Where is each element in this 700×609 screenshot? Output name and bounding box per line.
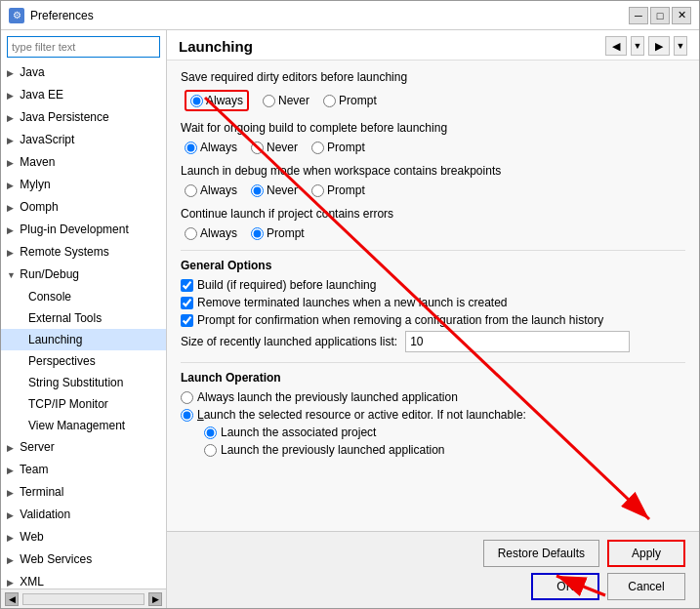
sidebar-item-remote-systems[interactable]: ▶ Remote Systems (1, 241, 166, 264)
content-area: ▶ Java ▶ Java EE ▶ Java Persistence ▶ Ja… (1, 30, 699, 608)
save-dirty-label: Save required dirty editors before launc… (181, 70, 685, 84)
sidebar-item-server[interactable]: ▶ Server (1, 436, 166, 459)
wait-build-prompt-radio[interactable] (311, 142, 324, 154)
sidebar-item-web[interactable]: ▶ Web (1, 526, 166, 548)
project-errors-options: Always Prompt (185, 226, 685, 240)
project-errors-always-radio[interactable] (185, 227, 197, 240)
save-dirty-prompt-option[interactable]: Prompt (323, 94, 377, 107)
footer-row2: OK Cancel (181, 573, 685, 600)
project-errors-label: Continue launch if project contains erro… (181, 207, 685, 221)
general-options-section: General Options Build (if required) befo… (181, 259, 685, 352)
debug-mode-never-radio[interactable] (251, 184, 264, 197)
save-dirty-never-option[interactable]: Never (263, 94, 309, 107)
footer: Restore Defaults Apply OK Cancel (167, 531, 699, 608)
launch-operation-section: Launch Operation Always launch the previ… (181, 371, 685, 457)
prompt-confirmation-checkbox-option[interactable]: Prompt for confirmation when removing a … (181, 313, 685, 327)
sidebar-item-maven[interactable]: ▶ Maven (1, 151, 166, 174)
sidebar-item-terminal[interactable]: ▶ Terminal (1, 481, 166, 504)
cancel-button[interactable]: Cancel (607, 573, 685, 600)
sidebar-item-view-management[interactable]: View Management (1, 415, 166, 436)
sidebar-item-run-debug[interactable]: ▼ Run/Debug (1, 264, 166, 286)
forward-button[interactable]: ▶ (648, 36, 670, 56)
search-box (7, 36, 160, 58)
build-checkbox[interactable] (181, 279, 193, 292)
back-dropdown-button[interactable]: ▼ (631, 36, 644, 56)
sidebar-item-xml[interactable]: ▶ XML (1, 571, 166, 589)
launch-op-selected-option[interactable]: Launch the selected resource or active e… (181, 408, 685, 422)
scroll-left-btn[interactable]: ◀ (5, 592, 19, 606)
minimize-button[interactable]: ─ (629, 7, 648, 24)
wait-build-always-option[interactable]: Always (185, 141, 237, 154)
launch-op-previous-option[interactable]: Launch the previously launched applicati… (204, 443, 685, 457)
sidebar-item-team[interactable]: ▶ Team (1, 459, 166, 481)
debug-mode-prompt-radio[interactable] (311, 184, 324, 197)
launch-op-selected-radio[interactable] (181, 409, 193, 422)
search-input[interactable] (7, 36, 160, 58)
restore-defaults-button[interactable]: Restore Defaults (483, 540, 599, 567)
prompt-confirmation-checkbox[interactable] (181, 314, 193, 327)
save-dirty-always-radio[interactable] (190, 95, 203, 107)
sidebar-item-console[interactable]: Console (1, 286, 166, 307)
remove-terminated-checkbox-option[interactable]: Remove terminated launches when a new la… (181, 296, 685, 309)
sidebar-item-plugin-development[interactable]: ▶ Plug-in Development (1, 219, 166, 241)
save-dirty-options: Always Never Prompt (185, 90, 685, 111)
save-dirty-prompt-radio[interactable] (323, 95, 336, 107)
debug-mode-never-option[interactable]: Never (251, 183, 298, 197)
launch-op-sub-options: Launch the associated project Launch the… (204, 426, 685, 457)
footer-row1: Restore Defaults Apply (181, 540, 685, 567)
horizontal-scrollbar[interactable] (22, 593, 144, 605)
sidebar-item-validation[interactable]: ▶ Validation (1, 504, 166, 526)
sidebar-item-java-persistence[interactable]: ▶ Java Persistence (1, 106, 166, 129)
debug-mode-always-option[interactable]: Always (185, 183, 237, 197)
apply-button[interactable]: Apply (607, 540, 685, 567)
sidebar-item-mylyn[interactable]: ▶ Mylyn (1, 174, 166, 196)
project-errors-prompt-option[interactable]: Prompt (251, 226, 305, 240)
sidebar-item-perspectives[interactable]: Perspectives (1, 350, 166, 372)
launch-op-always-radio[interactable] (181, 391, 193, 404)
wait-build-prompt-option[interactable]: Prompt (311, 141, 365, 154)
debug-mode-label: Launch in debug mode when workspace cont… (181, 164, 685, 178)
launch-op-project-option[interactable]: Launch the associated project (204, 426, 685, 439)
wait-build-never-radio[interactable] (251, 142, 264, 154)
debug-mode-always-radio[interactable] (185, 184, 197, 197)
size-label: Size of recently launched applications l… (181, 335, 397, 348)
save-dirty-always-option[interactable]: Always (185, 90, 249, 111)
forward-dropdown-button[interactable]: ▼ (674, 36, 687, 56)
sidebar-item-string-substitution[interactable]: String Substitution (1, 372, 166, 393)
save-dirty-never-radio[interactable] (263, 95, 275, 107)
divider1 (181, 250, 685, 251)
remove-terminated-checkbox[interactable] (181, 297, 193, 309)
launch-op-always-option[interactable]: Always launch the previously launched ap… (181, 390, 685, 404)
wait-build-never-option[interactable]: Never (251, 141, 298, 154)
size-row: Size of recently launched applications l… (181, 331, 685, 352)
sidebar-item-java-ee[interactable]: ▶ Java EE (1, 84, 166, 106)
scroll-right-btn[interactable]: ▶ (148, 592, 162, 606)
project-errors-prompt-radio[interactable] (251, 227, 264, 240)
sidebar-item-launching[interactable]: Launching (1, 329, 166, 350)
project-errors-always-option[interactable]: Always (185, 226, 237, 240)
sidebar-item-java[interactable]: ▶ Java (1, 61, 166, 84)
debug-mode-prompt-option[interactable]: Prompt (311, 183, 365, 197)
sidebar-item-javascript[interactable]: ▶ JavaScript (1, 129, 166, 151)
ok-button[interactable]: OK (531, 573, 599, 600)
build-checkbox-option[interactable]: Build (if required) before launching (181, 278, 685, 292)
main-header: Launching ◀ ▼ ▶ ▼ (167, 30, 699, 61)
sidebar-tree: ▶ Java ▶ Java EE ▶ Java Persistence ▶ Ja… (1, 61, 166, 589)
wait-build-always-radio[interactable] (185, 142, 197, 154)
sidebar-item-oomph[interactable]: ▶ Oomph (1, 196, 166, 219)
size-input[interactable] (405, 331, 630, 352)
launch-op-project-radio[interactable] (204, 426, 217, 439)
launch-op-selected-label: Launch the selected resource or active e… (197, 408, 526, 422)
sidebar-item-external-tools[interactable]: External Tools (1, 307, 166, 329)
general-options-label: General Options (181, 259, 685, 272)
launch-op-previous-radio[interactable] (204, 444, 217, 457)
close-button[interactable]: ✕ (672, 7, 691, 24)
divider2 (181, 362, 685, 363)
sidebar-item-web-services[interactable]: ▶ Web Services (1, 548, 166, 571)
title-bar: ⚙ Preferences ─ □ ✕ (1, 1, 699, 30)
back-button[interactable]: ◀ (605, 36, 627, 56)
maximize-button[interactable]: □ (650, 7, 670, 24)
main-body: Save required dirty editors before launc… (167, 61, 699, 531)
nav-arrows: ◀ ▼ ▶ ▼ (605, 36, 687, 56)
sidebar-item-tcp-ip-monitor[interactable]: TCP/IP Monitor (1, 393, 166, 415)
